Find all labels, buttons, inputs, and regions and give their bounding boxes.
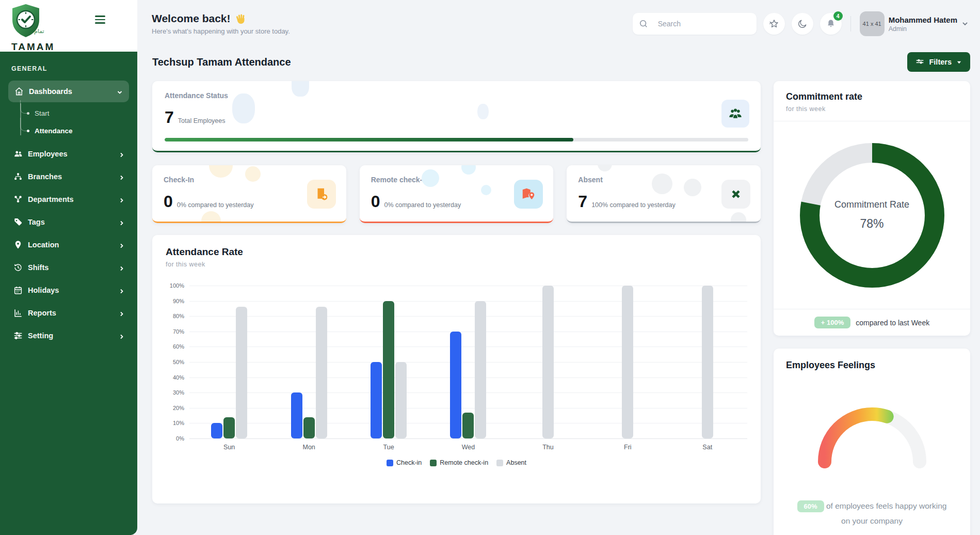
decorative-bubble bbox=[461, 165, 476, 175]
commitment-title: Commitment rate bbox=[786, 91, 958, 102]
sidebar-item-label: Location bbox=[28, 241, 114, 249]
status-label: Attendance Status bbox=[165, 91, 748, 100]
absent-card: Absent 7 100% compared to yesterday bbox=[567, 165, 761, 223]
sidebar-nav: GENERAL Dashboards Start Attendance bbox=[0, 52, 137, 535]
commitment-card-body: Commitment Rate 78% bbox=[774, 121, 970, 309]
remote-check-in-icon-box bbox=[514, 180, 543, 209]
history-clock-icon bbox=[13, 263, 23, 272]
sidebar-item-start[interactable]: Start bbox=[27, 104, 129, 122]
welcome-title: Welcome back! bbox=[152, 12, 231, 25]
sidebar-toggle-button[interactable] bbox=[95, 15, 105, 24]
bar-absent-thu bbox=[542, 286, 554, 438]
donut-center-label: Commitment Rate bbox=[834, 199, 909, 210]
sidebar-item-label: Employees bbox=[28, 150, 114, 158]
chevron-right-icon bbox=[119, 333, 125, 339]
tamam-logo[interactable]: تمام TAMAM bbox=[10, 3, 77, 53]
sidebar-item-departments[interactable]: Departments bbox=[8, 188, 129, 211]
bullet-icon bbox=[27, 130, 29, 132]
sidebar-item-shifts[interactable]: Shifts bbox=[8, 256, 129, 279]
employees-group-icon bbox=[728, 106, 743, 121]
sidebar-item-branches[interactable]: Branches bbox=[8, 165, 129, 188]
filters-button[interactable]: Filters bbox=[907, 52, 970, 72]
bar-group-fri bbox=[588, 286, 667, 438]
chevron-right-icon bbox=[119, 196, 125, 202]
chart-legend: Check-inRemote check-inAbsent bbox=[166, 459, 747, 466]
attendance-rate-card: Attendance Rate for this week 100%90%80%… bbox=[152, 235, 761, 503]
bar-remote-check-in-sun bbox=[223, 417, 235, 438]
feelings-footer: 60% of employees feels happy working on … bbox=[786, 499, 958, 528]
commitment-card-header: Commitment rate for this week bbox=[774, 81, 970, 121]
sidebar-item-setting[interactable]: Setting bbox=[8, 324, 129, 347]
sidebar-item-label: Setting bbox=[28, 332, 114, 340]
total-employees-label: Total Employees bbox=[178, 117, 226, 124]
favorites-button[interactable] bbox=[763, 13, 785, 35]
notifications-button[interactable]: 4 bbox=[820, 13, 842, 35]
absent-icon-box bbox=[721, 180, 750, 209]
caret-down-icon bbox=[956, 59, 962, 65]
legend-swatch bbox=[430, 460, 437, 466]
sidebar: تمام TAMAM GENERAL Dashboards bbox=[0, 0, 137, 535]
dark-mode-button[interactable] bbox=[792, 13, 813, 35]
user-menu[interactable]: 41 x 41 Mohammed Hatem Admin bbox=[860, 11, 969, 36]
commitment-footer-text: compared to last Week bbox=[856, 319, 929, 327]
app-window: تمام TAMAM GENERAL Dashboards bbox=[0, 0, 980, 535]
sidebar-item-employees[interactable]: Employees bbox=[8, 143, 129, 165]
bar-chart-plot bbox=[189, 286, 747, 438]
chart-subtitle: for this week bbox=[166, 261, 747, 268]
sidebar-item-attendance[interactable]: Attendance bbox=[27, 122, 129, 139]
decorative-bubble bbox=[598, 165, 612, 171]
stat-value: 0 bbox=[371, 192, 380, 211]
bar-chart-icon bbox=[13, 308, 23, 318]
map-pin-icon bbox=[13, 240, 23, 249]
y-axis-tick: 80% bbox=[173, 313, 184, 319]
search-input[interactable] bbox=[658, 20, 751, 28]
bar-chart: 100%90%80%70%60%50%40%30%20%10%0% bbox=[166, 286, 747, 438]
bar-groups bbox=[189, 286, 747, 438]
submenu-item-label: Start bbox=[35, 109, 50, 117]
sidebar-item-reports[interactable]: Reports bbox=[8, 302, 129, 324]
home-icon bbox=[14, 87, 24, 96]
chevron-right-icon bbox=[119, 264, 125, 271]
legend-label: Check-in bbox=[396, 459, 422, 466]
user-meta: Mohammed Hatem Admin bbox=[889, 15, 957, 33]
sidebar-item-holidays[interactable]: Holidays bbox=[8, 279, 129, 302]
chevron-right-icon bbox=[119, 151, 125, 157]
bar-check-in-sun bbox=[211, 423, 222, 438]
x-axis-label: Sun bbox=[189, 444, 269, 451]
header-actions: 4 41 x 41 Mohammed Hatem Admin bbox=[633, 11, 969, 36]
office-check-in-icon bbox=[314, 186, 329, 202]
bar-group-sun bbox=[189, 286, 269, 438]
map-location-icon bbox=[521, 186, 536, 202]
header-divider bbox=[850, 16, 851, 32]
welcome-subtitle: Here's what's happening with your store … bbox=[152, 27, 290, 35]
star-icon bbox=[769, 19, 779, 29]
user-role: Admin bbox=[889, 25, 957, 33]
bar-group-sat bbox=[668, 286, 747, 438]
bar-group-mon bbox=[269, 286, 348, 438]
legend-item-check-in[interactable]: Check-in bbox=[387, 459, 422, 466]
users-icon bbox=[13, 149, 23, 159]
main-content: Techsup Tamam Attendance Filters Attenda… bbox=[137, 48, 980, 535]
check-in-icon-box bbox=[307, 180, 336, 209]
bar-remote-check-in-mon bbox=[303, 417, 315, 438]
x-axis-label: Thu bbox=[508, 444, 588, 451]
gauge-arcs bbox=[810, 401, 934, 469]
stat-cards-row: Check-In 0 0% compared to yesterday bbox=[152, 165, 761, 223]
bar-check-in-tue bbox=[371, 362, 382, 438]
legend-item-remote-check-in[interactable]: Remote check-in bbox=[430, 459, 488, 466]
sliders-icon bbox=[13, 331, 23, 340]
y-axis-tick: 40% bbox=[173, 374, 184, 381]
legend-label: Absent bbox=[506, 459, 526, 466]
sidebar-item-location[interactable]: Location bbox=[8, 233, 129, 256]
sidebar-item-tags[interactable]: Tags bbox=[8, 211, 129, 233]
sidebar-item-dashboards[interactable]: Dashboards bbox=[8, 81, 129, 102]
legend-swatch bbox=[496, 460, 503, 466]
calendar-icon bbox=[13, 286, 23, 295]
legend-item-absent[interactable]: Absent bbox=[496, 459, 526, 466]
gridline bbox=[189, 438, 747, 439]
commitment-change-badge: + 100% bbox=[814, 317, 850, 328]
submenu-item-label: Attendance bbox=[35, 127, 73, 135]
y-axis-tick: 20% bbox=[173, 405, 184, 411]
page-title: Techsup Tamam Attendance bbox=[152, 56, 291, 68]
bar-absent-tue bbox=[395, 362, 407, 438]
